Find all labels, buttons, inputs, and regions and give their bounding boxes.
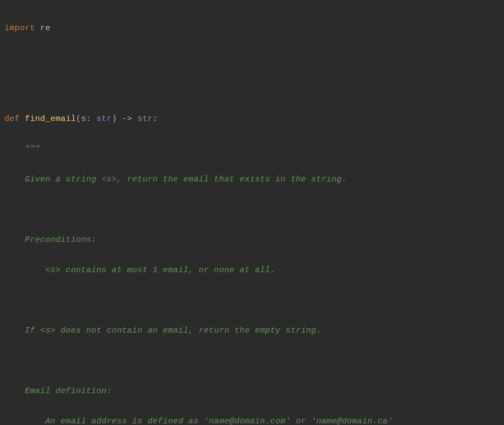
docstring-text: An email address is defined as 'name@dom… [4, 417, 393, 426]
colon: : [153, 114, 158, 124]
space [20, 114, 25, 124]
code-line [4, 293, 504, 308]
code-line: Given a string <s>, return the email tha… [4, 172, 504, 187]
docstring-text: Given a string <s>, return the email tha… [4, 175, 347, 184]
code-line: Email definition: [4, 384, 504, 399]
code-editor[interactable]: import re def find_email(s: str) -> str:… [4, 5, 504, 425]
docstring-text: <s> contains at most 1 email, or none at… [4, 266, 275, 275]
code-line [4, 51, 504, 67]
code-line: Preconditions: [4, 233, 504, 248]
code-line [4, 202, 504, 218]
parameter: s [81, 114, 86, 124]
code-line: """ [4, 142, 504, 157]
code-line: <s> contains at most 1 email, or none at… [4, 263, 504, 278]
code-line: If <s> does not contain an email, return… [4, 323, 504, 339]
code-line: import re [4, 21, 504, 36]
return-type: str [137, 114, 153, 124]
keyword-import: import [4, 24, 35, 33]
code-line: def find_email(s: str) -> str: [4, 112, 504, 127]
docstring-text: If <s> does not contain an email, return… [4, 326, 322, 335]
docstring-text: Email definition: [4, 387, 112, 396]
paren-open: ( [76, 114, 81, 124]
keyword-def: def [4, 114, 20, 124]
arrow: -> [117, 114, 137, 124]
type-annotation: str [96, 114, 112, 124]
docstring-text: Preconditions: [4, 235, 96, 245]
code-line [4, 354, 504, 369]
code-line: An email address is defined as 'name@dom… [4, 414, 504, 426]
code-line [4, 81, 504, 97]
colon: : [86, 114, 97, 124]
module-name: re [35, 24, 51, 33]
function-name: find_email [25, 114, 76, 124]
paren-close: ) [112, 114, 117, 124]
docstring-open: """ [4, 145, 40, 154]
